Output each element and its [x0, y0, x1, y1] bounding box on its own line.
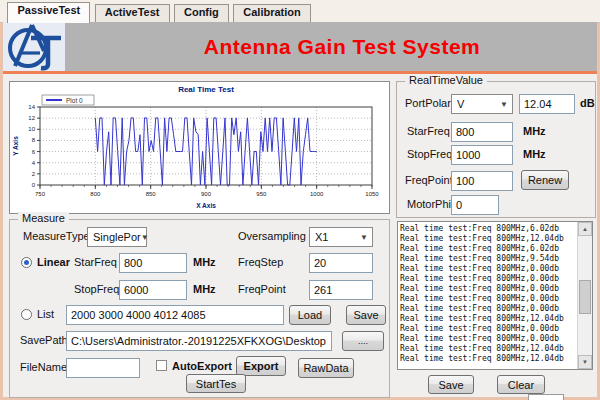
log-line: Real time test:Freq 800MHz,12.04db: [400, 344, 576, 354]
freqstep-field[interactable]: [309, 253, 373, 273]
log-line: Real time test:Freq 800MHz,12.04db: [400, 354, 576, 364]
log-line: Real time test:Freq 800MHz,12.04db: [400, 314, 576, 324]
browse-button[interactable]: ....: [342, 331, 384, 351]
oversampling-combo[interactable]: X1 ▼: [309, 227, 373, 247]
clipped-control: [528, 394, 564, 400]
log-line: Real time test:Freq 800MHz,0.00db: [400, 264, 576, 274]
m-starfreq-field[interactable]: [119, 253, 187, 273]
log-listbox[interactable]: Real time test:Freq 800MHz,6.02dbReal ti…: [397, 221, 593, 370]
svg-text:10: 10: [28, 126, 35, 132]
svg-text:0: 0: [32, 182, 36, 188]
measuretype-value: SinglePor: [93, 231, 141, 243]
oversampling-value: X1: [315, 231, 328, 243]
list-load-button[interactable]: Load: [289, 305, 331, 325]
rawdata-button[interactable]: RawData: [298, 358, 354, 378]
svg-text:Plot 0: Plot 0: [66, 97, 83, 104]
m-stopfreq-label: StopFreq: [74, 283, 119, 295]
tab-strip: PassiveTest ActiveTest Config Calibratio…: [0, 0, 600, 23]
start-test-button[interactable]: StartTes: [186, 374, 246, 393]
linear-radio[interactable]: [21, 257, 32, 268]
svg-text:850: 850: [146, 191, 157, 197]
rt-stopfreq-label: StopFreq: [407, 148, 452, 160]
filename-label: FileName: [20, 361, 67, 373]
log-line: Real time test:Freq 800MHz,0.00db: [400, 294, 576, 304]
filename-field[interactable]: [66, 358, 140, 378]
savepath-field[interactable]: [66, 331, 332, 351]
realtimevalue-group: RealTimeValue PortPolar V ▼ dB StarFreq …: [396, 81, 596, 218]
measuretype-label: MeasureType: [23, 230, 90, 242]
renew-button[interactable]: Renew: [521, 170, 569, 190]
header-banner: Antenna Gain Test System: [65, 22, 597, 71]
chart-canvas: Real Time TestPlot 002468101214750800850…: [10, 82, 389, 215]
list-freqs-field[interactable]: [66, 305, 284, 325]
svg-text:Real Time Test: Real Time Test: [178, 85, 234, 94]
m-starfreq-label: StarFreq: [74, 256, 117, 268]
log-line: Real time test:Freq 800MHz,0.00db: [400, 304, 576, 314]
list-label: List: [37, 308, 54, 320]
motorphi-label: MotorPhi: [407, 198, 451, 210]
gain-unit-label: dB: [580, 97, 595, 109]
tab-config[interactable]: Config: [174, 4, 229, 23]
svg-text:1050: 1050: [365, 191, 379, 197]
log-line: Real time test:Freq 800MHz,6.02db: [400, 244, 576, 254]
freqstep-label: FreqStep: [238, 256, 283, 268]
measure-group: Measure MeasureType SinglePor ▼ Oversamp…: [9, 219, 390, 398]
chevron-down-icon: ▼: [141, 233, 153, 242]
rt-starfreq-field[interactable]: [451, 122, 513, 142]
rt-starfreq-unit: MHz: [523, 125, 546, 137]
measuretype-combo[interactable]: SinglePor ▼: [87, 227, 147, 247]
svg-text:2: 2: [32, 171, 36, 177]
scroll-up-icon[interactable]: ▲: [578, 222, 592, 236]
portpolar-combo[interactable]: V ▼: [451, 94, 513, 114]
m-freqpoint-label: FreqPoint: [238, 283, 286, 295]
rt-freqpoint-field[interactable]: [451, 171, 513, 191]
svg-text:4: 4: [32, 160, 36, 166]
svg-text:8: 8: [32, 137, 36, 143]
motorphi-field[interactable]: [451, 195, 499, 215]
autoexport-checkbox[interactable]: [156, 360, 167, 371]
rt-freqpoint-label: FreqPoint: [405, 174, 453, 186]
svg-text:750: 750: [35, 191, 46, 197]
rt-stopfreq-unit: MHz: [523, 148, 546, 160]
log-line: Real time test:Freq 800MHz,12.04db: [400, 234, 576, 244]
scrollbar-thumb[interactable]: [579, 280, 591, 314]
tab-calibration[interactable]: Calibration: [233, 4, 310, 23]
linear-label: Linear: [37, 256, 70, 268]
autoexport-label: AutoExport: [172, 360, 232, 372]
realtime-chart: Real Time TestPlot 002468101214750800850…: [9, 81, 390, 214]
m-stopfreq-field[interactable]: [119, 280, 187, 300]
m-freqpoint-field[interactable]: [309, 280, 373, 300]
realtimevalue-group-label: RealTimeValue: [405, 74, 487, 86]
page-title: Antenna Gain Test System: [182, 35, 481, 59]
portpolar-value: V: [457, 98, 464, 110]
chevron-down-icon: ▼: [360, 233, 372, 242]
chevron-down-icon: ▼: [500, 100, 512, 109]
list-radio[interactable]: [21, 309, 32, 320]
tab-activetest[interactable]: ActiveTest: [95, 4, 170, 23]
measure-group-label: Measure: [18, 212, 69, 224]
tab-passivetest[interactable]: PassiveTest: [7, 2, 90, 23]
svg-text:Y Axis: Y Axis: [12, 136, 19, 156]
rt-stopfreq-field[interactable]: [451, 145, 513, 165]
log-line: Real time test:Freq 800MHz,0.00db: [400, 324, 576, 334]
log-save-button[interactable]: Save: [428, 375, 474, 394]
m-stopfreq-unit: MHz: [193, 283, 216, 295]
log-line: Real time test:Freq 800MHz,0.00db: [400, 334, 576, 344]
log-line: Real time test:Freq 800MHz,0.00db: [400, 274, 576, 284]
scroll-down-icon[interactable]: ▼: [578, 355, 592, 369]
log-clear-button[interactable]: Clear: [497, 375, 545, 394]
log-line: Real time test:Freq 800MHz,0.00db: [400, 284, 576, 294]
gain-value-field[interactable]: [519, 94, 575, 114]
oversampling-label: Oversampling: [238, 230, 306, 242]
svg-text:X Axis: X Axis: [196, 202, 216, 209]
agt-logo-icon: [3, 22, 65, 71]
export-button[interactable]: Export: [236, 356, 286, 376]
m-starfreq-unit: MHz: [193, 256, 216, 268]
svg-text:14: 14: [28, 104, 35, 110]
svg-text:6: 6: [32, 149, 36, 155]
list-save-button[interactable]: Save: [346, 305, 386, 325]
log-scrollbar[interactable]: ▲ ▼: [577, 222, 592, 369]
app-logo: [3, 22, 66, 71]
log-line: Real time test:Freq 800MHz,6.02db: [400, 224, 576, 234]
portpolar-label: PortPolar: [405, 97, 451, 109]
